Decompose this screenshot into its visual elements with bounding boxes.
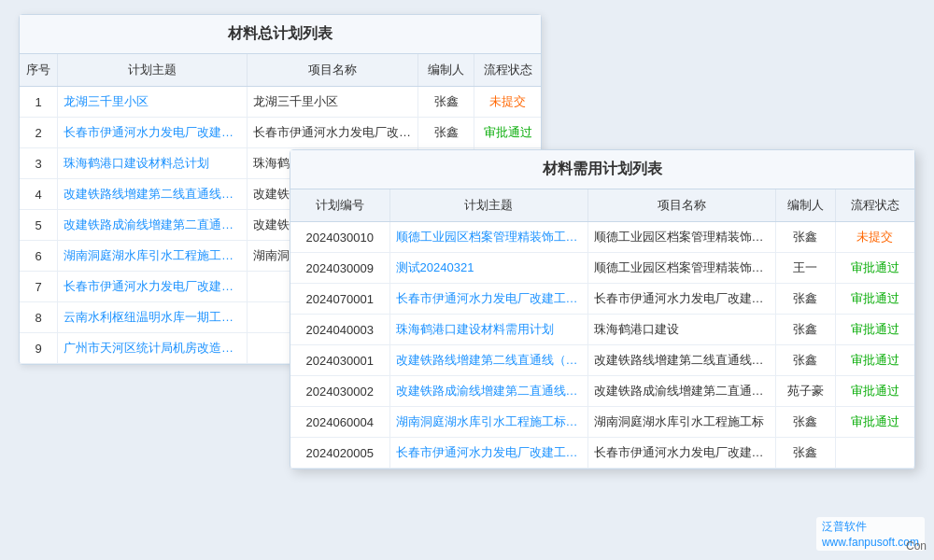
bottom-label: Con (906, 539, 927, 553)
cell-status: 审批通过 (835, 345, 914, 376)
col-status: 流程状态 (474, 54, 541, 87)
cell-code: 2024030010 (290, 222, 389, 253)
cell-index: 6 (20, 241, 58, 272)
cell-code: 2024070001 (290, 284, 389, 315)
cell-index: 9 (20, 333, 58, 364)
cell-plan: 湖南洞庭湖水库引水工程施工标材... (389, 407, 587, 438)
cell-editor: 张鑫 (776, 222, 836, 253)
cell-editor: 张鑫 (417, 87, 474, 118)
cell-plan: 长春市伊通河水力发电厂改建工程合同材料... (58, 118, 248, 148)
cell-plan: 龙湖三千里小区 (58, 87, 248, 118)
cell-project: 长春市伊通河水力发电厂改建工程 (587, 284, 775, 315)
cell-code: 2024040003 (290, 315, 389, 345)
cell-project: 顺德工业园区档案管理精装饰工程（... (587, 253, 775, 284)
cell-code: 2024030001 (290, 345, 389, 376)
table-row[interactable]: 2024030002 改建铁路成渝线增建第二直通线（成... 改建铁路成渝线增建… (290, 376, 914, 407)
col-index: 序号 (20, 54, 58, 87)
cell-status: 审批通过 (835, 284, 914, 315)
table-row[interactable]: 2024060004 湖南洞庭湖水库引水工程施工标材... 湖南洞庭湖水库引水工… (290, 407, 914, 438)
cell-editor: 张鑫 (776, 407, 836, 438)
cell-project: 长春市伊通河水力发电厂改建工程 (247, 118, 417, 148)
cell-editor: 张鑫 (776, 315, 836, 345)
cell-plan: 珠海鹤港口建设材料需用计划 (389, 315, 587, 345)
col-editor: 编制人 (776, 189, 836, 222)
cell-code: 2024030002 (290, 376, 389, 407)
cell-project: 长春市伊通河水力发电厂改建工程 (587, 438, 775, 469)
cell-index: 5 (20, 210, 58, 241)
cell-plan: 云南水利枢纽温明水库一期工程施工标材料... (58, 302, 248, 333)
cell-plan: 湖南洞庭湖水库引水工程施工标材料总计划 (58, 241, 248, 272)
cell-project: 珠海鹤港口建设 (587, 315, 775, 345)
col-status: 流程状态 (835, 189, 914, 222)
cell-plan: 长春市伊通河水力发电厂改建工程材料总计划 (58, 272, 248, 302)
cell-plan: 改建铁路线增建第二线直通线（成都-西安）... (58, 179, 248, 210)
table-row[interactable]: 2 长春市伊通河水力发电厂改建工程合同材料... 长春市伊通河水力发电厂改建工程… (20, 118, 541, 148)
table-row[interactable]: 2024070001 长春市伊通河水力发电厂改建工程合... 长春市伊通河水力发… (290, 284, 914, 315)
usage-plan-header: 计划编号 计划主题 项目名称 编制人 流程状态 (290, 189, 914, 222)
table-row[interactable]: 2024030001 改建铁路线增建第二线直通线（成都... 改建铁路线增建第二… (290, 345, 914, 376)
col-plan: 计划主题 (389, 189, 587, 222)
cell-status: 审批通过 (474, 118, 541, 148)
col-project: 项目名称 (247, 54, 417, 87)
cell-editor: 张鑫 (417, 118, 474, 148)
cell-index: 2 (20, 118, 58, 148)
cell-index: 3 (20, 148, 58, 179)
cell-index: 7 (20, 272, 58, 302)
cell-project: 改建铁路线增建第二线直通线（成都... (587, 345, 775, 376)
cell-status: 审批通过 (835, 315, 914, 345)
cell-plan: 珠海鹤港口建设材料总计划 (58, 148, 248, 179)
table-row[interactable]: 2024030010 顺德工业园区档案管理精装饰工程（... 顺德工业园区档案管… (290, 222, 914, 253)
cell-status: 审批通过 (835, 376, 914, 407)
usage-plan-title: 材料需用计划列表 (290, 150, 914, 189)
cell-code: 2024060004 (290, 407, 389, 438)
cell-index: 8 (20, 302, 58, 333)
watermark-text: 泛普软件www.fanpusoft.com (822, 520, 919, 549)
cell-index: 4 (20, 179, 58, 210)
cell-code: 2024030009 (290, 253, 389, 284)
cell-project: 湖南洞庭湖水库引水工程施工标 (587, 407, 775, 438)
cell-project: 龙湖三千里小区 (247, 87, 417, 118)
col-code: 计划编号 (290, 189, 389, 222)
cell-plan: 测试20240321 (389, 253, 587, 284)
cell-editor: 张鑫 (776, 345, 836, 376)
cell-plan: 顺德工业园区档案管理精装饰工程（... (389, 222, 587, 253)
cell-plan: 改建铁路线增建第二线直通线（成都... (389, 345, 587, 376)
cell-editor: 苑子豪 (776, 376, 836, 407)
cell-project: 改建铁路成渝线增建第二直通线（成... (587, 376, 775, 407)
cell-status (835, 438, 914, 469)
cell-editor: 张鑫 (776, 284, 836, 315)
cell-status: 未提交 (835, 222, 914, 253)
cell-plan: 改建铁路成渝线增建第二直通线（成... (389, 376, 587, 407)
cell-status: 审批通过 (835, 253, 914, 284)
table-row[interactable]: 1 龙湖三千里小区 龙湖三千里小区 张鑫 未提交 (20, 87, 541, 118)
cell-plan: 长春市伊通河水力发电厂改建工程合... (389, 284, 587, 315)
cell-status: 审批通过 (835, 407, 914, 438)
cell-code: 2024020005 (290, 438, 389, 469)
total-plan-title: 材料总计划列表 (20, 15, 541, 54)
usage-plan-table: 材料需用计划列表 计划编号 计划主题 项目名称 编制人 流程状态 2024030… (290, 149, 915, 469)
cell-index: 1 (20, 87, 58, 118)
cell-project: 顺德工业园区档案管理精装饰工程（... (587, 222, 775, 253)
cell-editor: 王一 (776, 253, 836, 284)
col-plan: 计划主题 (58, 54, 248, 87)
cell-status: 未提交 (474, 87, 541, 118)
cell-plan: 长春市伊通河水力发电厂改建工程材... (389, 438, 587, 469)
table-row[interactable]: 2024030009 测试20240321 顺德工业园区档案管理精装饰工程（..… (290, 253, 914, 284)
cell-plan: 改建铁路成渝线增建第二直通线（成渝枢纽... (58, 210, 248, 241)
table-row[interactable]: 2024040003 珠海鹤港口建设材料需用计划 珠海鹤港口建设 张鑫 审批通过 (290, 315, 914, 345)
total-plan-header: 序号 计划主题 项目名称 编制人 流程状态 (20, 54, 541, 87)
col-project: 项目名称 (587, 189, 775, 222)
cell-plan: 广州市天河区统计局机房改造项目材料总计划 (58, 333, 248, 364)
col-editor: 编制人 (417, 54, 474, 87)
cell-editor: 张鑫 (776, 438, 836, 469)
table-row[interactable]: 2024020005 长春市伊通河水力发电厂改建工程材... 长春市伊通河水力发… (290, 438, 914, 469)
